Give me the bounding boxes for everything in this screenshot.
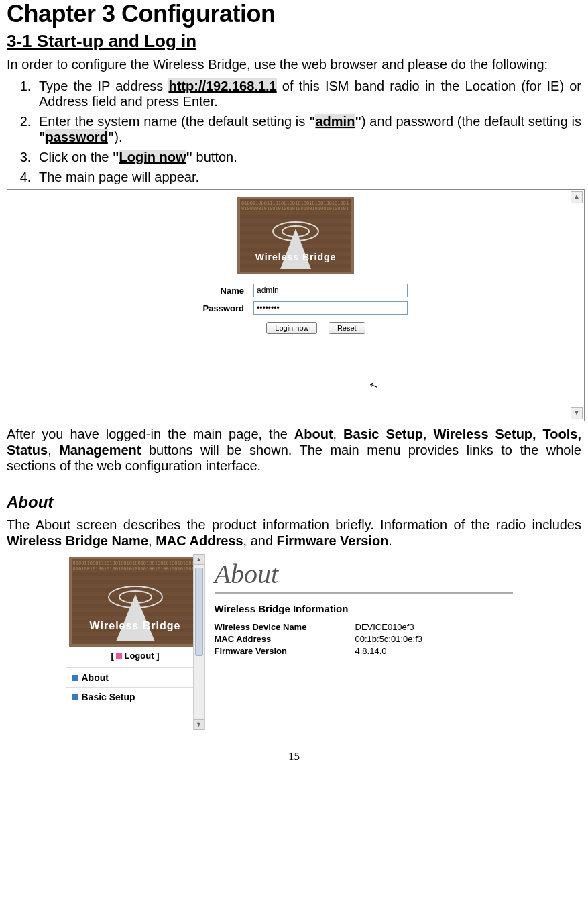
step-4: The main page will appear. [35,170,581,186]
info-row-device-name: Wireless Device Name DEVICE010ef3 [215,622,513,632]
bullet-icon [72,694,78,700]
about-b3: Firmware Version [277,533,389,548]
step-3-login-now: Login now [119,150,186,164]
logo-band-text: Wireless Bridge [240,252,351,262]
step-2-q4: " [108,129,114,144]
chapter-title: Chapter 3 Configuration [7,0,581,28]
about-s1: , [148,533,156,548]
sidebar-item-label: About [82,672,109,683]
menu-basic-setup: Basic Setup [343,427,423,441]
about-s2: , and [243,533,277,548]
logout-label: Logout [124,651,154,661]
step-1-ip-link: http://192.168.1.1 [168,78,276,93]
name-input[interactable] [253,284,408,297]
bullet-icon [72,675,78,681]
logout-open: [ [111,651,117,661]
step-3-text-a: Click on the [39,150,113,164]
cursor-icon: ↖ [367,378,380,393]
sep2: , [423,427,434,441]
info-value: DEVICE010ef3 [355,622,513,632]
logout-bullet-icon [116,653,122,659]
after-login-a: After you have logged-in the main page, … [7,427,294,441]
svg-marker-5 [116,594,155,641]
panel-title: About [215,558,513,590]
scroll-up-icon[interactable]: ▲ [194,554,204,565]
info-row-mac: MAC Address 00:1b:5c:01:0e:f3 [215,634,513,644]
step-3-q1: " [113,150,119,164]
sidebar-item-label: Basic Setup [82,692,135,702]
after-login-text: After you have logged-in the main page, … [7,427,581,474]
about-heading: About [7,493,581,512]
sidebar-logo: 0100110001110100100101001010010010100101… [69,557,202,647]
about-s3: . [388,533,392,548]
step-2-text-b: ) and password (the default setting is [361,114,581,129]
info-key: Firmware Version [215,646,355,656]
info-key: Wireless Device Name [215,622,355,632]
step-3-q2: " [186,150,192,164]
reset-button[interactable]: Reset [329,322,365,334]
step-2-admin: admin [315,114,355,129]
info-row-firmware: Firmware Version 4.8.14.0 [215,646,513,656]
password-label: Password [184,303,244,313]
step-2-text-a: Enter the system name (the default setti… [39,114,309,129]
menu-about: About [294,427,333,441]
sidebar-scrollbar[interactable]: ▲ ▼ [193,554,204,730]
step-2-text-c: ). [114,129,122,144]
logout-close: ] [154,651,160,661]
step-2-password: password [45,129,107,144]
info-value: 00:1b:5c:01:0e:f3 [355,634,513,644]
wireless-bridge-logo: 0100110001110100100101001010010010100101… [237,197,354,274]
intro-text: In order to configure the Wireless Bridg… [7,57,581,73]
about-panel: About Wireless Bridge Information Wirele… [205,554,522,730]
section-title: 3-1 Start-up and Log in [7,31,581,52]
scroll-down-icon[interactable]: ▼ [571,407,583,419]
scroll-thumb[interactable] [195,568,203,656]
page-number: 15 [7,750,581,763]
step-1: Type the IP address http://192.168.1.1 o… [35,78,581,110]
about-b2: MAC Address [156,533,243,548]
sidebar-logo-text: Wireless Bridge [72,620,199,632]
sep1: , [333,427,344,441]
sidebar-item-basic-setup[interactable]: Basic Setup [66,687,204,706]
sidebar-item-about[interactable]: About [66,667,204,687]
divider [215,616,513,616]
scroll-down-icon[interactable]: ▼ [194,719,204,730]
menu-management: Management [59,443,141,458]
step-2: Enter the system name (the default setti… [35,114,581,146]
panel-subtitle: Wireless Bridge Information [215,603,513,614]
sidebar: 0100110001110100100101001010010010100101… [66,554,205,730]
about-text: The About screen describes the product i… [7,517,581,549]
steps-list: Type the IP address http://192.168.1.1 o… [7,78,581,186]
step-1-text-a: Type the IP address [39,78,168,93]
sep3: , [48,443,59,458]
login-now-button[interactable]: Login now [266,322,317,334]
about-text-a: The About screen describes the product i… [7,517,581,532]
about-b1: Wireless Bridge Name [7,533,148,548]
step-3-text-b: button. [192,150,237,164]
name-label: Name [184,286,244,296]
logout-link[interactable]: [ Logout ] [66,651,204,661]
about-screenshot: 0100110001110100100101001010010010100101… [66,554,522,730]
scroll-up-icon[interactable]: ▲ [571,191,583,203]
password-input[interactable] [253,301,408,315]
step-2-q2: " [355,114,361,129]
login-screenshot: ▲ 01001100011101001001010010100100101001… [7,189,585,421]
info-key: MAC Address [215,634,355,644]
divider [215,592,513,594]
info-value: 4.8.14.0 [355,646,513,656]
step-3: Click on the "Login now" button. [35,150,581,166]
